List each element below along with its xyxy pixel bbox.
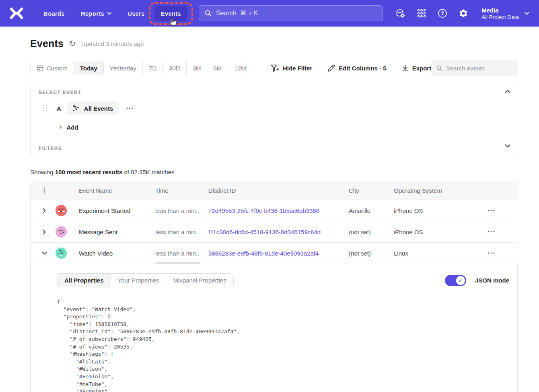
export-button[interactable]: Export — [402, 64, 432, 72]
horizontal-scrollbar-thumb[interactable] — [155, 262, 200, 264]
cell-time: less than a min... — [155, 229, 208, 235]
collapse-all-icon[interactable]: ↓ ↑ — [31, 186, 53, 194]
add-event-button[interactable]: + Add — [59, 123, 510, 132]
nav-item-reports[interactable]: Reports — [74, 6, 118, 21]
date-range-30d[interactable]: 30D — [163, 61, 187, 75]
cell-city: (not set) — [349, 229, 394, 235]
event-more-button[interactable]: ··· — [124, 104, 136, 112]
pencil-icon — [327, 64, 335, 72]
date-range-12m[interactable]: 12M — [228, 61, 247, 75]
date-range-today[interactable]: Today — [74, 61, 104, 75]
cell-event-name: Watch Video — [79, 250, 155, 257]
row-more-button[interactable]: ··· — [477, 249, 496, 257]
table-row[interactable]: Experiment Started less than a min... 72… — [31, 200, 518, 221]
nav-item-users[interactable]: Users — [121, 6, 151, 21]
cell-event-name: Experiment Started — [79, 207, 155, 214]
download-icon — [402, 64, 409, 72]
drag-handle[interactable] — [43, 105, 47, 111]
date-range-7d[interactable]: 7D — [143, 61, 163, 75]
row-expand-chevron-icon[interactable] — [31, 229, 53, 235]
toggle-check-icon: ✓ — [456, 276, 465, 285]
nav-item-boards[interactable]: Boards — [37, 6, 71, 21]
hide-filter-button[interactable]: Hide Filter — [271, 64, 312, 72]
cell-os: iPhone OS — [394, 207, 477, 214]
col-header-distinct-id[interactable]: Distinct ID — [208, 187, 349, 194]
plus-icon: + — [59, 123, 63, 132]
table-header-row: ↓ ↑ Event Name Time Distinct ID City Ope… — [31, 181, 518, 200]
apps-grid-icon[interactable] — [416, 8, 427, 19]
hide-filter-label: Hide Filter — [283, 65, 312, 72]
export-label: Export — [412, 65, 432, 72]
event-selector-chip[interactable]: All Events — [67, 101, 119, 115]
date-range-3m[interactable]: 3M — [187, 61, 208, 75]
nav-item-events-wrap: Events — [154, 6, 187, 21]
project-switcher[interactable]: Media All Project Data — [481, 6, 529, 21]
tab-all-properties[interactable]: All Properties — [58, 274, 111, 287]
col-header-os[interactable]: Operating System — [394, 187, 477, 194]
page-title: Events — [30, 38, 64, 50]
edit-columns-button[interactable]: Edit Columns · 5 — [327, 64, 386, 72]
data-management-icon[interactable] — [395, 8, 406, 19]
expand-filters-button[interactable] — [505, 144, 510, 148]
row-collapse-chevron-icon[interactable] — [31, 252, 53, 255]
table-row-expanded[interactable]: Watch Video less than a min... 5886283e-… — [31, 243, 518, 264]
json-mode-label: JSON mode — [475, 277, 509, 284]
row-more-button[interactable]: ··· — [477, 206, 496, 215]
event-selector-label: All Events — [84, 105, 113, 112]
events-table: ↓ ↑ Event Name Time Distinct ID City Ope… — [30, 181, 518, 392]
select-event-label: SELECT EVENT — [39, 90, 510, 95]
help-icon[interactable]: ? — [437, 8, 448, 19]
global-search-input[interactable] — [216, 10, 377, 17]
date-range-yesterday[interactable]: Yesterday — [104, 61, 143, 75]
summary-count: 100 most recent results — [55, 169, 123, 175]
tab-your-properties[interactable]: Your Properties — [111, 274, 167, 287]
doodle-face-icon — [56, 226, 67, 237]
project-name: Media — [481, 6, 519, 14]
funnel-plus-icon — [271, 64, 279, 72]
date-range-custom-label: Custom — [47, 65, 68, 72]
query-builder-card: SELECT EVENT A — [30, 84, 518, 158]
cell-time: less than a min... — [155, 207, 208, 214]
date-range-custom[interactable]: Custom — [31, 61, 74, 75]
filters-label: FILTERS — [39, 146, 510, 151]
json-mode-toggle[interactable]: ✓ — [445, 275, 466, 286]
row-more-button[interactable]: ··· — [477, 228, 496, 236]
cell-event-name: Message Sent — [79, 229, 155, 235]
event-avatar — [56, 248, 67, 259]
event-detail-panel: All Properties Your Properties Mixpanel … — [31, 264, 518, 392]
properties-tabs: All Properties Your Properties Mixpanel … — [57, 273, 234, 287]
col-header-event-name[interactable]: Event Name — [79, 187, 155, 194]
step-letter: A — [57, 105, 61, 112]
edit-columns-label: Edit Columns · 5 — [339, 65, 386, 72]
summary-prefix: Showing — [30, 169, 55, 175]
col-header-time[interactable]: Time — [155, 187, 208, 194]
results-summary: Showing 100 most recent results of 82.35… — [30, 169, 518, 175]
chevron-down-icon — [107, 12, 111, 15]
events-search[interactable] — [431, 60, 518, 76]
calendar-icon — [37, 65, 43, 72]
search-icon — [436, 65, 442, 72]
cell-distinct-id-link[interactable]: 72d49553-25fc-4f0c-b436-1b5ac6ab3388 — [208, 207, 349, 214]
cell-city: (not set) — [349, 250, 394, 257]
event-json-viewer[interactable]: { "event": "Watch Video", "properties": … — [57, 298, 509, 392]
cell-distinct-id-link[interactable]: f11c30d6-dc6d-4518-9136-0d046159c84d — [208, 229, 349, 235]
refresh-icon[interactable]: ↻ — [69, 40, 76, 47]
doodle-face-icon — [56, 205, 67, 216]
summary-suffix: of 82.35K matches — [122, 169, 174, 175]
event-avatar — [56, 205, 67, 216]
table-row[interactable]: Message Sent less than a min... f11c30d6… — [31, 221, 518, 243]
add-event-label: Add — [67, 124, 78, 131]
cell-distinct-id-link[interactable]: 5886283e-e9fb-48fb-81de-40e9093a2af4 — [208, 250, 349, 257]
top-navbar: Boards Reports Users Events — [0, 0, 539, 27]
row-expand-chevron-icon[interactable] — [31, 208, 53, 213]
collapse-select-event-button[interactable] — [505, 90, 510, 93]
tab-mixpanel-properties[interactable]: Mixpanel Properties — [166, 274, 233, 287]
mixpanel-logo-icon[interactable] — [10, 7, 23, 19]
global-search[interactable] — [199, 5, 383, 21]
cell-os: iPhone OS — [394, 229, 477, 235]
arrow-up-glyph: ↑ — [43, 190, 45, 194]
events-search-input[interactable] — [446, 65, 513, 72]
date-range-6m[interactable]: 6M — [207, 61, 228, 75]
col-header-city[interactable]: City — [349, 187, 394, 194]
settings-gear-icon[interactable] — [458, 8, 469, 19]
